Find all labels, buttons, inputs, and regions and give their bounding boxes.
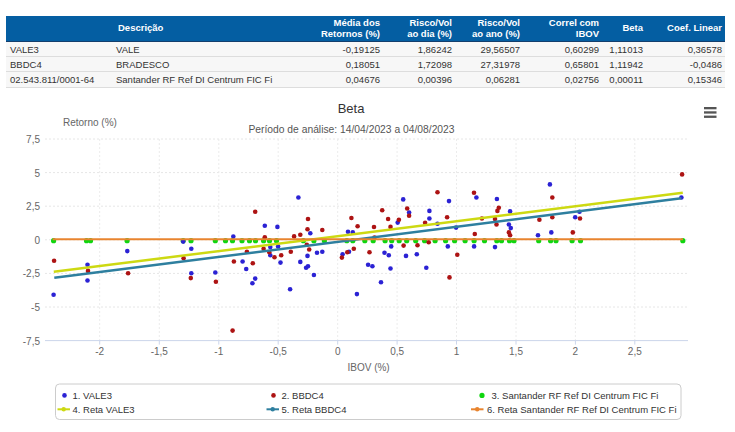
svg-text:0: 0 [34, 235, 40, 246]
svg-text:Retorno (%): Retorno (%) [63, 117, 117, 128]
svg-text:-1,5: -1,5 [151, 346, 169, 357]
svg-text:0: 0 [335, 346, 341, 357]
svg-text:6. Reta Santander RF Ref DI Ce: 6. Reta Santander RF Ref DI Centrum FIC … [487, 404, 677, 415]
svg-text:5: 5 [34, 168, 40, 179]
svg-text:Período de análise: 14/04/2023: Período de análise: 14/04/2023 a 04/08/2… [248, 124, 454, 135]
svg-text:3. Santander RF Ref DI Centrum: 3. Santander RF Ref DI Centrum FIC Fi [492, 390, 659, 401]
svg-text:-7,5: -7,5 [23, 336, 41, 347]
svg-text:2,5: 2,5 [26, 201, 40, 212]
svg-text:2,5: 2,5 [628, 346, 642, 357]
svg-text:1. VALE3: 1. VALE3 [73, 390, 112, 401]
svg-text:1,5: 1,5 [509, 346, 523, 357]
svg-text:IBOV (%): IBOV (%) [347, 362, 389, 373]
svg-text:-0,5: -0,5 [270, 346, 288, 357]
svg-text:-5: -5 [31, 302, 40, 313]
svg-text:2. BBDC4: 2. BBDC4 [282, 390, 324, 401]
svg-text:2: 2 [573, 346, 579, 357]
svg-text:4. Reta VALE3: 4. Reta VALE3 [73, 404, 135, 415]
svg-text:0,5: 0,5 [390, 346, 404, 357]
svg-text:-2,5: -2,5 [23, 268, 41, 279]
svg-text:5. Reta BBDC4: 5. Reta BBDC4 [282, 404, 347, 415]
svg-text:7,5: 7,5 [26, 134, 40, 145]
svg-text:1: 1 [454, 346, 460, 357]
svg-text:-2: -2 [95, 346, 104, 357]
svg-text:Beta: Beta [338, 101, 366, 116]
svg-text:-1: -1 [214, 346, 223, 357]
